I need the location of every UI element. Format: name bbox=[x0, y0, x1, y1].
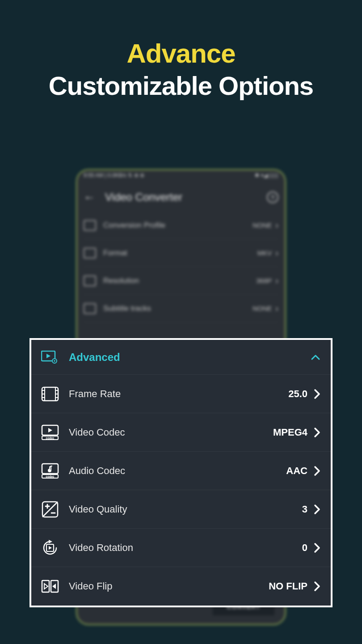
row-label: Video Codec bbox=[69, 427, 273, 438]
row-audio-codec[interactable]: codec Audio Codec AAC bbox=[31, 452, 331, 490]
back-icon[interactable]: ← bbox=[84, 191, 95, 204]
row-label: Subtitle tracks bbox=[103, 304, 253, 313]
advanced-title: Advanced bbox=[69, 351, 310, 364]
video-quality-icon bbox=[41, 500, 59, 518]
promo-title-line2: Customizable Options bbox=[0, 71, 362, 101]
status-right: ✱ ▾◢ ▯▯▯ bbox=[255, 172, 278, 183]
svg-marker-27 bbox=[49, 540, 52, 543]
row-value: NO FLIP bbox=[269, 580, 307, 592]
video-rotation-icon bbox=[41, 539, 59, 557]
row-resolution[interactable]: Resolution 368P › bbox=[84, 267, 278, 295]
chevron-right-icon: › bbox=[275, 303, 278, 314]
row-value: MKV bbox=[257, 249, 272, 257]
video-flip-icon bbox=[41, 577, 59, 595]
format-icon bbox=[84, 248, 96, 258]
chevron-right-icon bbox=[314, 542, 321, 553]
svg-text:codec: codec bbox=[46, 436, 55, 439]
advanced-icon bbox=[41, 351, 58, 364]
row-subtitle-tracks[interactable]: Subtitle tracks NONE › bbox=[84, 295, 278, 322]
subtitle-icon bbox=[84, 303, 96, 314]
advanced-header[interactable]: Advanced bbox=[31, 340, 331, 375]
row-label: Frame Rate bbox=[69, 388, 288, 400]
row-video-rotation[interactable]: Video Rotation 0 bbox=[31, 529, 331, 567]
row-format[interactable]: Format MKV › bbox=[84, 239, 278, 267]
row-video-quality[interactable]: Video Quality 3 bbox=[31, 490, 331, 529]
row-value: 25.0 bbox=[288, 388, 307, 400]
row-frame-rate[interactable]: Frame Rate 25.0 bbox=[31, 375, 331, 413]
help-icon[interactable]: ? bbox=[267, 191, 278, 203]
row-label: Format bbox=[103, 249, 257, 258]
chevron-right-icon bbox=[314, 427, 321, 438]
row-value: 368P bbox=[256, 277, 272, 284]
promo-header: Advance Customizable Options bbox=[0, 0, 362, 101]
svg-marker-15 bbox=[48, 428, 52, 432]
promo-title-line1: Advance bbox=[0, 38, 362, 69]
basic-settings-list: Conversion Profile NONE › Format MKV › R… bbox=[77, 212, 285, 322]
app-toolbar: ← Video Converter ? bbox=[77, 183, 285, 212]
row-value: 3 bbox=[302, 504, 307, 515]
svg-point-4 bbox=[54, 360, 55, 362]
resolution-icon bbox=[84, 275, 96, 286]
row-label: Audio Codec bbox=[69, 465, 286, 477]
profile-icon bbox=[84, 220, 96, 231]
chevron-right-icon: › bbox=[275, 248, 278, 258]
row-value: 0 bbox=[302, 542, 307, 554]
svg-marker-29 bbox=[49, 546, 52, 550]
svg-marker-1 bbox=[46, 354, 51, 358]
audio-codec-icon: codec bbox=[41, 462, 59, 480]
status-left: 9:55 AM | 0.0KB/s ⇅ ⊕ ⊕ bbox=[84, 172, 144, 183]
row-label: Video Quality bbox=[69, 504, 302, 515]
row-video-flip[interactable]: Video Flip NO FLIP bbox=[31, 567, 331, 606]
row-label: Conversion Profile bbox=[103, 221, 253, 230]
row-video-codec[interactable]: codec Video Codec MPEG4 bbox=[31, 413, 331, 452]
svg-line-23 bbox=[42, 502, 58, 517]
chevron-right-icon bbox=[314, 504, 321, 515]
screen-title: Video Converter bbox=[105, 191, 267, 203]
svg-text:codec: codec bbox=[46, 475, 55, 478]
video-codec-icon: codec bbox=[41, 424, 59, 441]
status-bar: 9:55 AM | 0.0KB/s ⇅ ⊕ ⊕ ✱ ▾◢ ▯▯▯ bbox=[77, 170, 285, 183]
row-value: MPEG4 bbox=[273, 427, 307, 438]
svg-marker-31 bbox=[44, 584, 48, 589]
row-label: Video Flip bbox=[69, 580, 269, 592]
film-icon bbox=[41, 385, 59, 403]
svg-point-19 bbox=[49, 469, 51, 471]
row-value: AAC bbox=[286, 465, 307, 477]
row-conversion-profile[interactable]: Conversion Profile NONE › bbox=[84, 212, 278, 239]
chevron-right-icon bbox=[314, 466, 321, 476]
advanced-panel: Advanced Frame Rate 25.0 bbox=[29, 338, 333, 607]
row-value: NONE bbox=[253, 221, 272, 229]
row-value: NONE bbox=[253, 305, 272, 312]
row-label: Video Rotation bbox=[69, 542, 302, 554]
chevron-right-icon: › bbox=[275, 275, 278, 286]
svg-marker-33 bbox=[52, 584, 56, 589]
chevron-right-icon bbox=[314, 581, 321, 592]
chevron-up-icon bbox=[310, 352, 321, 363]
chevron-right-icon: › bbox=[275, 220, 278, 230]
chevron-right-icon bbox=[314, 389, 321, 399]
row-label: Resolution bbox=[103, 276, 256, 285]
